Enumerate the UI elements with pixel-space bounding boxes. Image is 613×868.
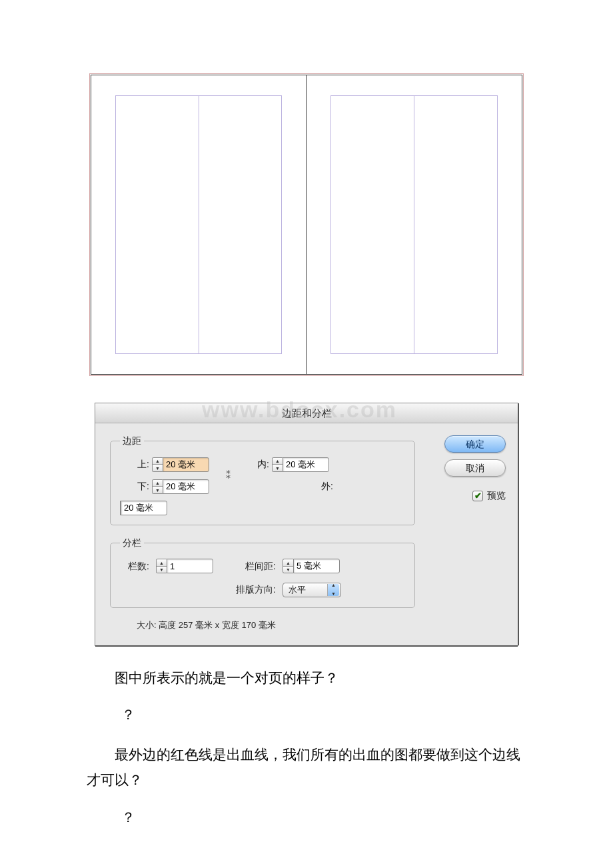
direction-select[interactable]: 水平 ▲▼ (283, 583, 341, 597)
body-paragraph-1: 图中所表示的就是一个对页的样子？ (87, 666, 526, 691)
margins-columns-dialog: www.bdocx.com 边距和分栏 边距 上: ▲▼ ⁑ 内: (95, 403, 518, 646)
page-right-columns (330, 95, 498, 354)
columns-legend: 分栏 (120, 535, 144, 551)
direction-value: 水平 (289, 582, 306, 597)
margin-top-field[interactable] (163, 457, 209, 472)
label-col-count: 栏数: (120, 558, 152, 575)
label-direction: 排版方向: (224, 581, 279, 598)
gutter-stepper[interactable]: ▲▼ (283, 559, 346, 573)
dialog-title-text: 边距和分栏 (282, 407, 332, 419)
columns-group: 分栏 栏数: ▲▼ 栏间距: ▲▼ 排版方向: (110, 535, 415, 609)
margin-inside-stepper[interactable]: ▲▼ (272, 457, 336, 472)
margin-bottom-stepper[interactable]: ▲▼ (152, 479, 216, 494)
margin-top-stepper[interactable]: ▲▼ (152, 457, 216, 472)
margin-outside-stepper[interactable]: ▲▼ (120, 501, 152, 515)
margins-legend: 边距 (120, 433, 144, 449)
stepper-arrows-icon[interactable]: ▲▼ (272, 457, 283, 472)
spread-pages (91, 75, 522, 375)
spread-preview (89, 73, 524, 376)
page-left-columns (115, 95, 282, 354)
stepper-arrows-icon[interactable]: ▲▼ (152, 479, 163, 494)
stepper-arrows-icon[interactable]: ▲▼ (283, 559, 293, 573)
margin-outside-field[interactable] (121, 501, 167, 515)
label-outside: 外: (272, 478, 336, 495)
preview-checkbox[interactable]: ✔ (472, 491, 483, 501)
stepper-arrows-icon[interactable]: ▲▼ (156, 559, 167, 573)
body-q-1: ？ (121, 703, 526, 728)
label-top: 上: (120, 456, 152, 473)
dialog-title: www.bdocx.com 边距和分栏 (95, 403, 518, 423)
cancel-button[interactable]: 取消 (444, 459, 506, 477)
page-left (91, 75, 306, 374)
margins-group: 边距 上: ▲▼ ⁑ 内: ▲▼ 下: (110, 433, 415, 525)
body-paragraph-2: 最外边的红色线是出血线，我们所有的出血的图都要做到这个边线才可以？ (87, 743, 526, 793)
label-bottom: 下: (120, 478, 152, 495)
gutter-field[interactable] (293, 559, 340, 573)
preview-label: 预览 (487, 487, 506, 504)
page-right (306, 75, 522, 374)
margin-bottom-field[interactable] (163, 479, 209, 494)
label-inside: 内: (240, 456, 272, 473)
link-margins-icon[interactable]: ⁑ (216, 467, 240, 484)
column-count-field[interactable] (167, 559, 213, 573)
label-gutter: 栏间距: (224, 558, 279, 575)
chevron-updown-icon: ▲▼ (327, 584, 339, 596)
body-q-2: ？ (121, 805, 526, 831)
column-count-stepper[interactable]: ▲▼ (156, 559, 220, 573)
ok-button[interactable]: 确定 (444, 435, 506, 453)
margin-inside-field[interactable] (283, 457, 329, 472)
stepper-arrows-icon[interactable]: ▲▼ (152, 457, 163, 472)
size-readout: 大小: 高度 257 毫米 x 宽度 170 毫米 (137, 617, 415, 633)
